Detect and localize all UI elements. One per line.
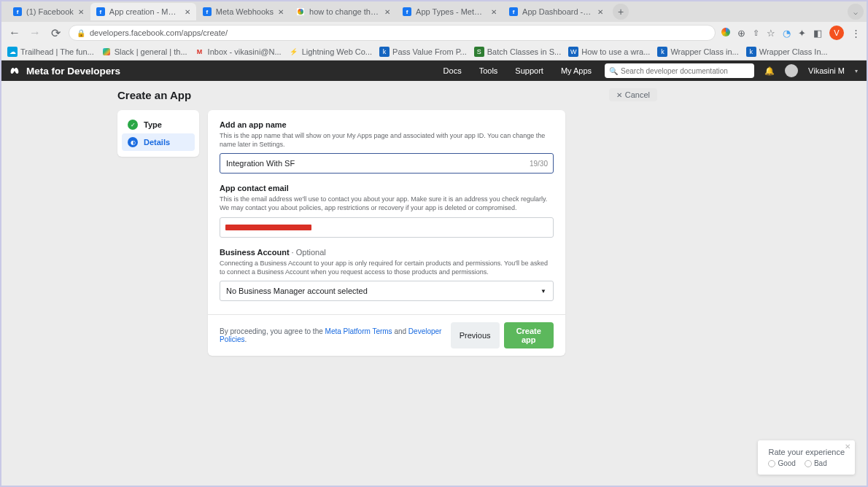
nav-bar: ← → ⟳ 🔒 developers.facebook.com/apps/cre…: [1, 22, 867, 44]
tab-title: Meta Webhooks: [216, 7, 274, 16]
user-name[interactable]: Vikasini M: [808, 66, 845, 75]
tab-list-button[interactable]: ⌵: [848, 4, 864, 20]
feedback-card: ✕ Rate your experience Good Bad: [758, 440, 855, 475]
user-avatar[interactable]: [785, 64, 798, 77]
tab-title: App creation - Meta for De: [109, 7, 180, 16]
bookmarks-bar: ☁Trailhead | The fun... Slack | general …: [1, 44, 867, 60]
previous-button[interactable]: Previous: [451, 322, 500, 348]
step-label: Type: [144, 120, 162, 129]
reload-button[interactable]: ⟳: [48, 26, 63, 40]
bookmark-icon: ⚡: [289, 47, 299, 57]
browser-tab[interactable]: f Meta Webhooks ✕: [197, 3, 290, 20]
business-account-field: Business Account · Optional Connecting a…: [220, 248, 554, 301]
page-header: Create an App ✕ Cancel: [117, 88, 657, 101]
bookmark-item[interactable]: ☁Trailhead | The fun...: [7, 47, 94, 57]
chevron-down-icon[interactable]: ▾: [855, 68, 858, 74]
extensions-icon[interactable]: ✦: [798, 28, 806, 39]
bookmark-item[interactable]: WHow to use a wra...: [568, 47, 650, 57]
facebook-icon: f: [509, 7, 518, 16]
nav-support[interactable]: Support: [515, 66, 543, 75]
bookmark-item[interactable]: kWrapper Class in...: [657, 47, 738, 57]
form-footer: By proceeding, you agree to the Meta Pla…: [208, 314, 565, 356]
browser-tab[interactable]: f (1) Facebook ✕: [7, 3, 90, 20]
feedback-bad[interactable]: Bad: [805, 459, 827, 467]
app-name-input[interactable]: [220, 153, 554, 174]
extension-sync-icon[interactable]: ◔: [783, 28, 791, 39]
close-icon[interactable]: ✕: [597, 8, 603, 16]
browser-tab[interactable]: f App Types - Meta App Dev ✕: [397, 3, 503, 20]
step-type[interactable]: ✓ Type: [122, 116, 195, 133]
business-account-select[interactable]: No Business Manager account selected: [220, 281, 554, 301]
tab-title: (1) Facebook: [26, 7, 74, 16]
bookmark-icon: M: [195, 47, 205, 57]
share-icon[interactable]: ⇧: [753, 28, 759, 38]
field-label: Add an app name: [220, 120, 554, 129]
zoom-icon[interactable]: ⊕: [737, 28, 745, 39]
bookmark-item[interactable]: MInbox - vikasini@N...: [195, 47, 282, 57]
browser-tab[interactable]: f App creation - Meta for De ✕: [90, 3, 196, 20]
search-icon: 🔍: [609, 67, 618, 75]
check-icon: ✓: [128, 120, 138, 130]
bookmark-label: Pass Value From P...: [392, 47, 467, 56]
terms-prefix: By proceeding, you agree to the: [220, 327, 325, 335]
feedback-good[interactable]: Good: [768, 459, 795, 467]
create-app-button[interactable]: Create app: [504, 322, 554, 348]
field-help: Connecting a Business Account to your ap…: [220, 259, 554, 276]
step-details[interactable]: ◐ Details: [122, 133, 195, 151]
bookmark-icon: k: [746, 47, 756, 57]
close-icon[interactable]: ✕: [491, 8, 497, 16]
bookmark-icon[interactable]: ☆: [767, 28, 775, 39]
cancel-label: Cancel: [625, 90, 650, 99]
search-input[interactable]: [621, 67, 750, 75]
facebook-icon: f: [203, 7, 212, 16]
nav-search[interactable]: 🔍: [605, 63, 754, 78]
tab-title: how to change the app typ: [309, 7, 380, 16]
browser-tab[interactable]: how to change the app typ ✕: [290, 3, 396, 20]
close-icon[interactable]: ✕: [845, 443, 850, 451]
contact-email-field: App contact email This is the email addr…: [220, 184, 554, 237]
optional-tag: · Optional: [290, 248, 326, 257]
facebook-icon: f: [403, 7, 411, 16]
feedback-good-label: Good: [778, 459, 795, 467]
menu-icon[interactable]: ⋮: [851, 28, 861, 39]
cancel-button[interactable]: ✕ Cancel: [609, 88, 657, 101]
bookmark-item[interactable]: ⚡Lightning Web Co...: [289, 47, 372, 57]
browser-tab[interactable]: f App Dashboard - Meta Ap ✕: [503, 3, 609, 20]
field-label: App contact email: [220, 184, 554, 192]
google-lens-icon[interactable]: [721, 28, 730, 39]
bookmark-item[interactable]: SBatch Classes in S...: [474, 47, 562, 57]
close-icon[interactable]: ✕: [185, 8, 190, 16]
close-icon[interactable]: ✕: [278, 8, 284, 16]
address-bar[interactable]: 🔒 developers.facebook.com/apps/create/: [69, 25, 716, 41]
back-button[interactable]: ←: [7, 26, 22, 40]
radio-icon: [768, 460, 775, 467]
profile-avatar[interactable]: V: [829, 26, 844, 40]
brand-text: Meta for Developers: [26, 66, 120, 77]
bookmark-label: Batch Classes in S...: [487, 47, 562, 56]
forward-button[interactable]: →: [28, 26, 42, 40]
nav-tools[interactable]: Tools: [479, 66, 498, 75]
redacted-email: [225, 225, 311, 230]
nav-docs[interactable]: Docs: [443, 66, 462, 75]
meta-brand[interactable]: Meta for Developers: [10, 65, 120, 77]
url-text: developers.facebook.com/apps/create/: [90, 28, 228, 37]
side-panel-icon[interactable]: ◧: [813, 28, 822, 39]
bookmark-label: How to use a wra...: [581, 47, 650, 56]
close-icon[interactable]: ✕: [384, 8, 390, 16]
facebook-icon: f: [96, 7, 105, 16]
notifications-icon[interactable]: 🔔: [764, 66, 775, 76]
field-label: Business Account · Optional: [220, 248, 554, 257]
platform-terms-link[interactable]: Meta Platform Terms: [325, 327, 392, 335]
bookmark-label: Slack | general | th...: [115, 47, 187, 56]
nav-myapps[interactable]: My Apps: [561, 66, 592, 75]
bookmark-item[interactable]: kPass Value From P...: [379, 47, 467, 57]
bookmark-item[interactable]: Slack | general | th...: [101, 47, 187, 57]
close-icon[interactable]: ✕: [78, 8, 84, 16]
browser-chrome: f (1) Facebook ✕ f App creation - Meta f…: [1, 1, 867, 61]
google-icon: [296, 7, 305, 16]
new-tab-button[interactable]: +: [613, 4, 629, 20]
feedback-title: Rate your experience: [768, 448, 845, 456]
half-circle-icon: ◐: [128, 137, 138, 147]
bookmark-item[interactable]: kWrapper Class In...: [746, 47, 828, 57]
char-counter: 19/30: [530, 160, 548, 168]
